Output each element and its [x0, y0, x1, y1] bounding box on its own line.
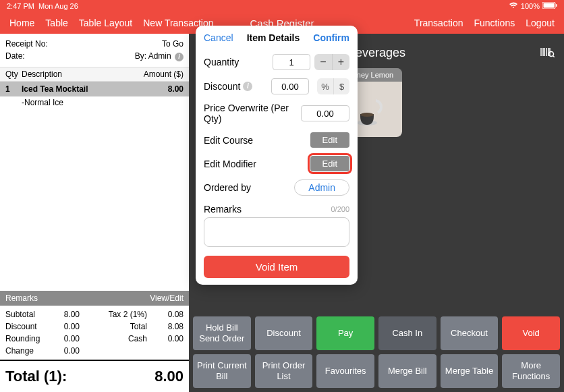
more-functions-button[interactable]: More Functions: [502, 354, 560, 388]
merge-bill-button[interactable]: Merge Bill: [378, 354, 436, 388]
ordered-by-label: Ordered by: [204, 182, 251, 193]
nav-table-layout[interactable]: Table Layout: [79, 18, 132, 28]
checkout-button[interactable]: Checkout: [441, 316, 499, 350]
quantity-input[interactable]: [273, 54, 310, 70]
nav-table[interactable]: Table: [45, 18, 67, 28]
confirm-button[interactable]: Confirm: [313, 32, 349, 43]
svg-point-19: [360, 113, 374, 117]
discount-percent-button[interactable]: %: [317, 78, 333, 94]
modal-title: Item Details: [247, 32, 300, 43]
receipt-panel: Receipt No: To Go Date: By: Admin i Qty …: [0, 34, 189, 392]
date-value: By: Admin i: [135, 51, 184, 61]
nav-functions[interactable]: Functions: [474, 18, 515, 28]
discount-label: Discounti: [204, 81, 252, 92]
wifi-icon: [509, 2, 518, 10]
edit-modifier-button[interactable]: Edit: [310, 156, 349, 171]
edit-course-button[interactable]: Edit: [310, 132, 349, 148]
print-order-list-button[interactable]: Print Order List: [255, 354, 313, 388]
modifier-line: -Normal Ice: [0, 96, 189, 109]
pay-button[interactable]: Pay: [316, 316, 374, 350]
nav-home[interactable]: Home: [9, 18, 34, 28]
hold-bill-button[interactable]: Hold Bill Send Order: [193, 316, 251, 350]
void-button[interactable]: Void: [502, 316, 560, 350]
edit-course-label: Edit Course: [204, 135, 253, 146]
status-right: 100%: [509, 2, 557, 10]
remarks-input[interactable]: [204, 217, 349, 247]
svg-rect-2: [556, 4, 557, 7]
void-item-button[interactable]: Void Item: [204, 256, 349, 278]
status-time: 2:47 PM Mon Aug 26: [7, 2, 78, 10]
print-current-bill-button[interactable]: Print Current Bill: [193, 354, 251, 388]
battery-icon: [542, 2, 557, 10]
cash-in-button[interactable]: Cash In: [378, 316, 436, 350]
discount-button[interactable]: Discount: [255, 316, 313, 350]
nav-logout[interactable]: Logout: [526, 18, 555, 28]
info-icon[interactable]: i: [243, 82, 252, 91]
qty-plus-button[interactable]: +: [332, 54, 349, 70]
cancel-button[interactable]: Cancel: [204, 32, 233, 43]
favourites-button[interactable]: Favourites: [316, 354, 374, 388]
info-icon[interactable]: i: [175, 53, 184, 61]
quantity-label: Quantity: [204, 57, 239, 67]
qty-minus-button[interactable]: −: [314, 54, 332, 70]
totals: Subtotal8.00Tax 2 (1%)0.08 Discount0.00T…: [0, 306, 189, 360]
line-item[interactable]: 1 Iced Tea Mocktail 8.00: [0, 82, 189, 96]
item-details-modal: Cancel Item Details Confirm Quantity − +…: [196, 26, 358, 285]
price-overwrite-input[interactable]: [301, 105, 349, 121]
receipt-no-label: Receipt No:: [5, 39, 48, 49]
status-bar: 2:47 PM Mon Aug 26 100%: [0, 0, 564, 12]
remarks-label: Remarks: [204, 204, 242, 215]
bottom-buttons: Hold Bill Send Order Discount Pay Cash I…: [189, 312, 564, 392]
edit-modifier-label: Edit Modifier: [204, 159, 256, 169]
remarks-count: 0/200: [331, 205, 349, 213]
receipt-no-value: To Go: [162, 39, 184, 49]
discount-input[interactable]: [271, 78, 309, 94]
merge-table-button[interactable]: Merge Table: [441, 354, 499, 388]
ordered-by-button[interactable]: Admin: [294, 179, 349, 196]
columns-header: Qty Description Amount ($): [0, 67, 189, 82]
nav-transaction[interactable]: Transaction: [414, 18, 463, 28]
remarks-bar[interactable]: Remarks View/Edit: [0, 291, 189, 306]
discount-dollar-button[interactable]: $: [333, 78, 349, 94]
svg-rect-1: [544, 3, 555, 8]
date-label: Date:: [5, 51, 25, 61]
svg-line-10: [553, 55, 555, 57]
barcode-icon[interactable]: [540, 47, 555, 60]
price-overwrite-label: Price Overwrite (Per Qty): [204, 103, 301, 124]
grand-total: Total (1): 8.00: [0, 360, 189, 392]
